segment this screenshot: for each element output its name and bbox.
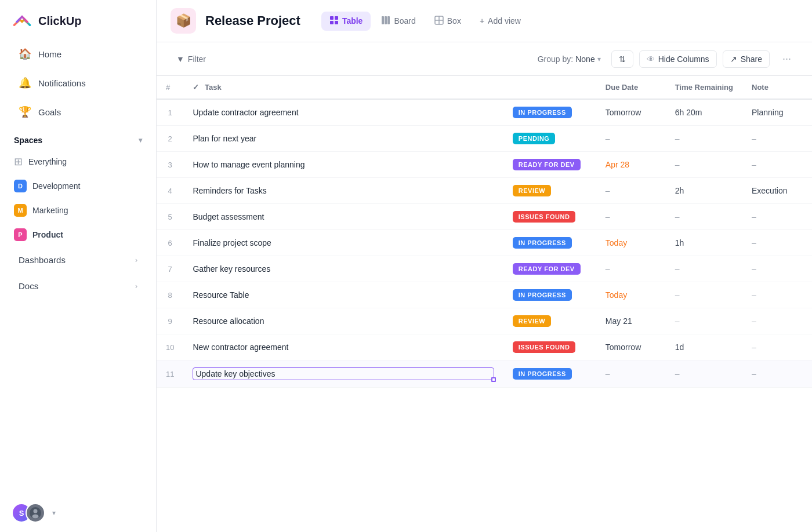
resize-handle[interactable]: [491, 377, 496, 382]
project-icon: 📦: [171, 8, 196, 34]
cell-note: –: [742, 126, 812, 152]
cell-status[interactable]: ISSUES FOUND: [503, 204, 596, 230]
table-body: 1Update contractor agreementIN PROGRESST…: [157, 99, 812, 388]
sort-icon: ⇅: [619, 54, 626, 64]
task-cell-selected-wrapper: Update key objectives: [193, 367, 494, 380]
cell-status[interactable]: ISSUES FOUND: [503, 334, 596, 360]
sidebar-item-marketing[interactable]: M Marketing: [0, 199, 156, 222]
tab-board[interactable]: Board: [373, 12, 423, 31]
space-avatar-p: P: [14, 228, 27, 241]
filter-label: Filter: [188, 54, 206, 64]
table-row: 9Resource allocationREVIEWMay 21––: [157, 308, 812, 334]
sidebar-item-home[interactable]: 🏠 Home: [5, 41, 151, 67]
sidebar-item-goals[interactable]: 🏆 Goals: [5, 99, 151, 125]
cell-task[interactable]: Update key objectives: [183, 360, 503, 388]
chevron-down-icon: ▾: [139, 136, 142, 144]
cell-status[interactable]: IN PROGRESS: [503, 360, 596, 388]
add-view-label: Add view: [488, 16, 521, 25]
cell-status[interactable]: READY FOR DEV: [503, 256, 596, 282]
cell-due-date: –: [596, 126, 666, 152]
cell-task[interactable]: New contractor agreement: [183, 334, 503, 360]
tab-box[interactable]: Box: [426, 12, 469, 31]
sidebar-item-development[interactable]: D Development: [0, 174, 156, 198]
group-by-value: None: [575, 54, 594, 64]
cell-due-date: –: [596, 256, 666, 282]
filter-button[interactable]: ▼ Filter: [171, 51, 212, 67]
cell-task[interactable]: How to manage event planning: [183, 152, 503, 178]
tab-table-label: Table: [342, 16, 363, 25]
cell-status[interactable]: PENDING: [503, 126, 596, 152]
avatar-user: [26, 503, 45, 523]
cell-note: –: [742, 256, 812, 282]
status-badge: REVIEW: [513, 185, 551, 196]
spaces-section-header[interactable]: Spaces ▾: [0, 126, 156, 150]
hide-columns-button[interactable]: 👁 Hide Columns: [639, 50, 717, 68]
cell-task[interactable]: Budget assessment: [183, 204, 503, 230]
cell-status[interactable]: IN PROGRESS: [503, 230, 596, 256]
table-row: 11Update key objectivesIN PROGRESS–––: [157, 360, 812, 388]
box-tab-icon: [434, 16, 444, 27]
cell-status[interactable]: IN PROGRESS: [503, 282, 596, 308]
cell-task[interactable]: Reminders for Tasks: [183, 178, 503, 204]
svg-rect-6: [335, 21, 338, 24]
cell-time-remaining: 6h 20m: [666, 99, 742, 126]
chevron-right-icon-2: ›: [135, 282, 137, 290]
logo: ClickUp: [0, 0, 156, 39]
svg-rect-3: [330, 16, 334, 20]
svg-rect-7: [382, 16, 384, 24]
group-by-selector[interactable]: Group by: None ▾: [533, 52, 606, 66]
cell-time-remaining: –: [666, 256, 742, 282]
cell-status[interactable]: REVIEW: [503, 178, 596, 204]
more-options-button[interactable]: ···: [775, 49, 798, 68]
col-header-num: #: [157, 76, 183, 99]
cell-status[interactable]: READY FOR DEV: [503, 152, 596, 178]
table-row: 1Update contractor agreementIN PROGRESST…: [157, 99, 812, 126]
col-header-note: Note: [742, 76, 812, 99]
cell-status[interactable]: IN PROGRESS: [503, 99, 596, 126]
cell-due-date: Apr 28: [596, 152, 666, 178]
col-header-due-date: Due Date: [596, 76, 666, 99]
sidebar-item-development-label: Development: [32, 181, 81, 191]
status-badge: ISSUES FOUND: [513, 211, 576, 223]
plus-icon: +: [480, 16, 484, 25]
tasks-table: # ✓ Task Due Date Time Remaining Note 1U…: [157, 76, 812, 388]
cell-num: 1: [157, 99, 183, 126]
sidebar-item-product[interactable]: P Product: [0, 223, 156, 246]
clickup-logo-icon: [12, 10, 32, 31]
sort-button[interactable]: ⇅: [611, 50, 633, 68]
docs-label: Docs: [19, 281, 38, 291]
cell-task[interactable]: Update contractor agreement: [183, 99, 503, 126]
group-by-label: Group by:: [538, 54, 573, 64]
share-icon: ↗: [730, 54, 737, 64]
share-button[interactable]: ↗ Share: [723, 50, 770, 68]
sidebar-item-docs[interactable]: Docs ›: [5, 274, 151, 298]
sidebar-item-notifications[interactable]: 🔔 Notifications: [5, 70, 151, 96]
sidebar: ClickUp 🏠 Home 🔔 Notifications 🏆 Goals S…: [0, 0, 157, 532]
cell-task[interactable]: Resource Table: [183, 282, 503, 308]
cell-task[interactable]: Gather key resources: [183, 256, 503, 282]
add-view-button[interactable]: + Add view: [472, 12, 529, 30]
table-row: 3How to manage event planningREADY FOR D…: [157, 152, 812, 178]
cell-status[interactable]: REVIEW: [503, 308, 596, 334]
main-content: 📦 Release Project Table Board Box: [157, 0, 812, 532]
sidebar-item-dashboards[interactable]: Dashboards ›: [5, 248, 151, 272]
cell-time-remaining: 1h: [666, 230, 742, 256]
tab-table[interactable]: Table: [321, 12, 371, 31]
cell-task[interactable]: Plan for next year: [183, 126, 503, 152]
table-row: 7Gather key resourcesREADY FOR DEV–––: [157, 256, 812, 282]
sidebar-item-marketing-label: Marketing: [32, 206, 68, 215]
cell-num: 7: [157, 256, 183, 282]
sidebar-item-goals-label: Goals: [38, 107, 61, 117]
sidebar-item-everything[interactable]: ⊞ Everything: [0, 150, 156, 173]
cell-time-remaining: –: [666, 152, 742, 178]
avatar-group[interactable]: S: [12, 503, 45, 523]
cell-due-date: –: [596, 360, 666, 388]
cell-task[interactable]: Resource allocation: [183, 308, 503, 334]
group-by-chevron-icon: ▾: [597, 55, 601, 63]
cell-due-date: Today: [596, 282, 666, 308]
cell-due-date: –: [596, 178, 666, 204]
svg-point-2: [32, 515, 39, 519]
cell-num: 11: [157, 360, 183, 388]
cell-task[interactable]: Finalize project scope: [183, 230, 503, 256]
cell-num: 8: [157, 282, 183, 308]
